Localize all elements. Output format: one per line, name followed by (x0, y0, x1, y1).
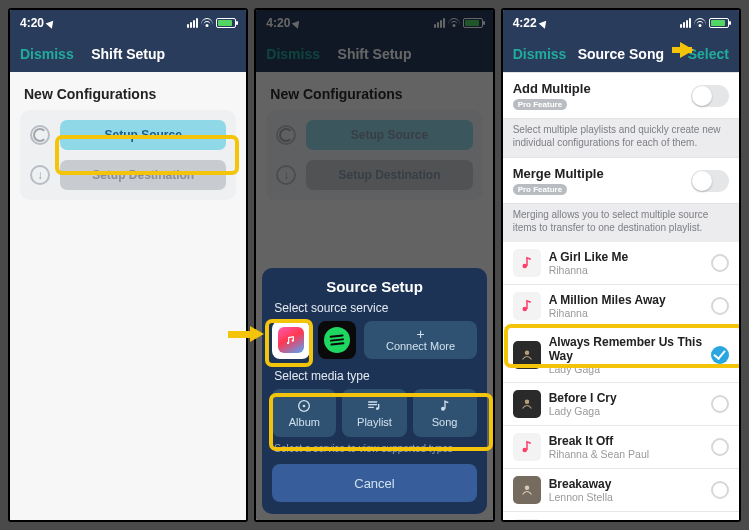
song-radio[interactable] (711, 481, 729, 499)
spotify-icon (324, 327, 350, 353)
sheet-note: Select a service to view supported types (274, 443, 474, 454)
connect-more-label: Connect More (386, 340, 455, 352)
source-service-label: Select source service (274, 301, 474, 315)
status-time: 4:20 (20, 16, 44, 30)
pro-badge: Pro Feature (513, 184, 567, 195)
song-title: Before I Cry (549, 391, 703, 405)
signal-icon (680, 18, 691, 28)
location-icon (46, 18, 57, 29)
song-title: A Million Miles Away (549, 293, 703, 307)
song-title: Break It Off (549, 434, 703, 448)
svg-point-9 (524, 486, 529, 491)
song-radio[interactable] (711, 297, 729, 315)
song-radio[interactable] (711, 346, 729, 364)
apple-music-icon (278, 327, 304, 353)
nav-bar: Dismiss Shift Setup (10, 36, 246, 72)
song-artist: Lady Gaga (549, 405, 703, 417)
setup-destination-button[interactable]: Setup Destination (60, 160, 226, 190)
media-type-label: Select media type (274, 369, 474, 383)
service-spotify[interactable] (318, 321, 356, 359)
status-bar: 4:20 (10, 10, 246, 36)
status-time: 4:22 (513, 16, 537, 30)
song-artist: Rihanna (549, 264, 703, 276)
merge-multiple-toggle[interactable] (691, 170, 729, 192)
source-setup-sheet: Source Setup Select source service + Con… (262, 268, 486, 514)
song-row[interactable]: Always Remember Us This WayLady Gaga (503, 328, 739, 383)
nav-title: Source Song (578, 46, 664, 62)
song-artist: Rihanna (549, 307, 703, 319)
sheet-title: Source Setup (272, 278, 476, 295)
song-radio[interactable] (711, 395, 729, 413)
svg-point-1 (303, 405, 306, 408)
song-cover (513, 433, 541, 461)
song-title: Always Remember Us This Way (549, 335, 703, 363)
song-title: A Girl Like Me (549, 250, 703, 264)
song-row[interactable]: A Million Miles AwayRihanna (503, 285, 739, 328)
song-radio[interactable] (711, 254, 729, 272)
battery-icon (709, 18, 729, 28)
status-bar: 4:22 (503, 10, 739, 36)
wifi-icon (201, 18, 213, 28)
song-cover (513, 292, 541, 320)
merge-multiple-explain: Merging allows you to select multiple so… (503, 204, 739, 242)
nav-bar: Dismiss Source Song Select (503, 36, 739, 72)
media-song-label: Song (432, 416, 458, 428)
step-icon-source (30, 125, 50, 145)
signal-icon (187, 18, 198, 28)
dismiss-button[interactable]: Dismiss (20, 46, 74, 62)
song-cover (513, 249, 541, 277)
step-icon-dest: ↓ (30, 165, 50, 185)
add-multiple-label: Add Multiple (513, 81, 591, 96)
add-multiple-toggle[interactable] (691, 85, 729, 107)
plus-icon: + (416, 328, 424, 340)
section-title: New Configurations (24, 86, 236, 102)
add-multiple-row[interactable]: Add Multiple Pro Feature (503, 73, 739, 118)
media-playlist-button[interactable]: Playlist (342, 389, 406, 437)
song-row[interactable]: Before I CryLady Gaga (503, 383, 739, 426)
song-cover (513, 390, 541, 418)
song-cover (513, 476, 541, 504)
arrow-select (680, 42, 694, 58)
song-cover (513, 341, 541, 369)
song-row[interactable]: BreakawayLennon Stella (503, 469, 739, 512)
add-multiple-explain: Select multiple playlists and quickly cr… (503, 119, 739, 157)
song-row[interactable]: A Girl Like MeRihanna (503, 242, 739, 285)
media-song-button[interactable]: Song (413, 389, 477, 437)
song-radio[interactable] (711, 438, 729, 456)
location-icon (538, 18, 549, 29)
media-album-label: Album (289, 416, 320, 428)
battery-icon (216, 18, 236, 28)
song-row[interactable]: Break It OffRihanna & Sean Paul (503, 426, 739, 469)
song-row[interactable]: ClumsyFergie (503, 512, 739, 520)
song-artist: Rihanna & Sean Paul (549, 448, 703, 460)
merge-multiple-row[interactable]: Merge Multiple Pro Feature (503, 158, 739, 203)
media-album-button[interactable]: Album (272, 389, 336, 437)
nav-title: Shift Setup (91, 46, 165, 62)
svg-point-7 (524, 400, 529, 405)
song-list: A Girl Like MeRihannaA Million Miles Awa… (503, 242, 739, 520)
song-artist: Lennon Stella (549, 491, 703, 503)
connect-more-button[interactable]: + Connect More (364, 321, 476, 359)
pro-badge: Pro Feature (513, 99, 567, 110)
dismiss-button[interactable]: Dismiss (513, 46, 567, 62)
wifi-icon (694, 18, 706, 28)
service-apple-music[interactable] (272, 321, 310, 359)
svg-point-6 (524, 351, 529, 356)
song-title: Breakaway (549, 477, 703, 491)
song-cover (513, 519, 541, 520)
setup-source-button[interactable]: Setup Source (60, 120, 226, 150)
merge-multiple-label: Merge Multiple (513, 166, 604, 181)
song-artist: Lady Gaga (549, 363, 703, 375)
cancel-button[interactable]: Cancel (272, 464, 476, 502)
media-playlist-label: Playlist (357, 416, 392, 428)
